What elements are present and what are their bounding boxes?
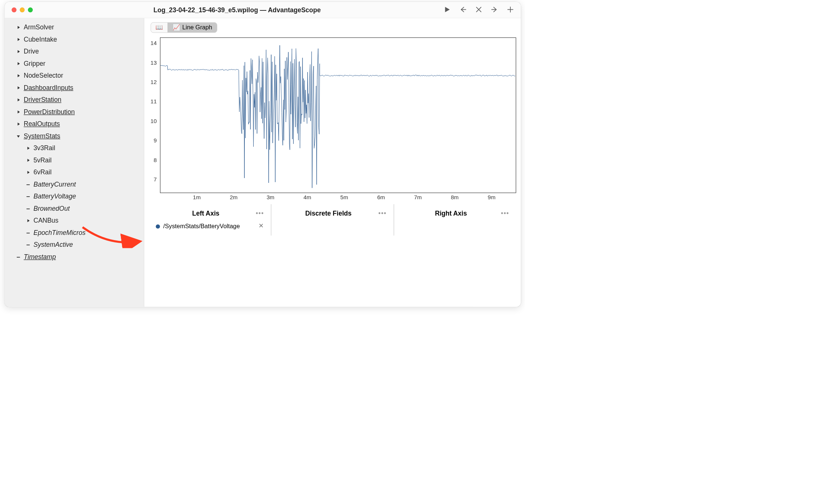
remove-field-icon[interactable] xyxy=(259,223,264,230)
sidebar-item-label: PowerDistribution xyxy=(24,108,75,116)
sidebar-item-powerdistribution[interactable]: PowerDistribution xyxy=(5,106,144,118)
left-axis-menu-icon[interactable]: ••• xyxy=(256,210,264,217)
x-tick-label: 8m xyxy=(451,194,459,201)
chevron-down-icon[interactable] xyxy=(16,134,20,138)
sidebar-item-canbus[interactable]: CANBus xyxy=(5,215,144,227)
sidebar-item-batteryvoltage[interactable]: –BatteryVoltage xyxy=(5,191,144,203)
left-axis-fields: /SystemStats/BatteryVoltage xyxy=(154,220,266,233)
leaf-icon: – xyxy=(26,205,30,212)
add-tab-icon[interactable] xyxy=(507,6,514,14)
tab-line-graph[interactable]: 📈Line Graph xyxy=(168,23,217,33)
titlebar: Log_23-04-22_15-46-39_e5.wpilog — Advant… xyxy=(5,2,521,18)
chart-area: 7891011121314 1m2m3m4m5m6m7m8m9m xyxy=(147,38,516,193)
sidebar-item-realoutputs[interactable]: RealOutputs xyxy=(5,118,144,130)
sidebar-item-nodeselector[interactable]: NodeSelector xyxy=(5,70,144,82)
left-axis-panel[interactable]: Left Axis ••• /SystemStats/BatteryVoltag… xyxy=(149,204,271,235)
title-actions xyxy=(444,6,514,14)
sidebar-item-cubeintake[interactable]: CubeIntake xyxy=(5,33,144,46)
nav-back-icon[interactable] xyxy=(459,6,467,14)
chevron-right-icon[interactable] xyxy=(16,62,20,66)
close-window-button[interactable] xyxy=(12,7,16,12)
x-tick-label: 6m xyxy=(377,194,385,201)
sidebar-item-label: Drive xyxy=(24,48,39,55)
chevron-right-icon[interactable] xyxy=(16,38,20,42)
leaf-icon: – xyxy=(26,229,30,236)
sidebar-item-systemstats[interactable]: SystemStats xyxy=(5,130,144,142)
y-tick-label: 9 xyxy=(154,137,157,144)
right-axis-panel[interactable]: Right Axis ••• xyxy=(394,204,516,235)
chart-line xyxy=(160,38,516,193)
left-axis-title: Left Axis xyxy=(156,210,256,217)
leaf-icon: – xyxy=(26,181,30,188)
sidebar-item-brownedout[interactable]: –BrownedOut xyxy=(5,203,144,215)
sidebar-item-label: BatteryVoltage xyxy=(33,193,76,200)
sidebar-item-6vrail[interactable]: 6vRail xyxy=(5,167,144,179)
discrete-menu-icon[interactable]: ••• xyxy=(378,210,387,217)
sidebar-item-label: 3v3Rail xyxy=(33,145,55,152)
sidebar-item-drive[interactable]: Drive xyxy=(5,46,144,58)
sidebar-item-label: BrownedOut xyxy=(33,205,70,212)
sidebar-item-5vrail[interactable]: 5vRail xyxy=(5,154,144,167)
chevron-right-icon[interactable] xyxy=(26,170,30,174)
tab-home[interactable]: 📖 xyxy=(151,23,168,33)
y-tick-label: 13 xyxy=(151,59,157,66)
sidebar-item-label: Gripper xyxy=(24,60,45,67)
chevron-right-icon[interactable] xyxy=(16,86,20,90)
sidebar-item-label: 6vRail xyxy=(33,169,52,176)
y-tick-label: 14 xyxy=(151,40,157,47)
play-icon[interactable] xyxy=(444,6,451,14)
sidebar-item-3v3rail[interactable]: 3v3Rail xyxy=(5,142,144,155)
sidebar-item-epochtimemicros[interactable]: –EpochTimeMicros xyxy=(5,227,144,239)
x-tick-label: 1m xyxy=(193,194,201,201)
x-tick-label: 2m xyxy=(230,194,238,201)
y-tick-label: 12 xyxy=(151,79,157,85)
y-tick-label: 10 xyxy=(151,118,157,125)
sidebar-item-timestamp[interactable]: –Timestamp xyxy=(5,251,144,263)
y-tick-label: 8 xyxy=(154,157,157,164)
right-axis-menu-icon[interactable]: ••• xyxy=(501,210,509,217)
sidebar-item-label: RealOutputs xyxy=(24,120,60,128)
sidebar-item-label: SystemActive xyxy=(33,241,73,249)
chevron-right-icon[interactable] xyxy=(26,146,30,150)
x-tick-label: 4m xyxy=(304,194,311,201)
sidebar-item-label: 5vRail xyxy=(33,156,52,164)
sidebar-item-gripper[interactable]: Gripper xyxy=(5,58,144,70)
nav-forward-icon[interactable] xyxy=(491,6,498,14)
tabs-row: 📖📈Line Graph xyxy=(144,18,521,35)
discrete-fields-title: Discrete Fields xyxy=(278,210,378,217)
chevron-right-icon[interactable] xyxy=(16,122,20,126)
x-tick-label: 9m xyxy=(488,194,496,201)
chevron-right-icon[interactable] xyxy=(16,49,20,54)
discrete-fields-panel[interactable]: Discrete Fields ••• xyxy=(271,204,394,235)
tab-label: Line Graph xyxy=(182,24,212,31)
chevron-right-icon[interactable] xyxy=(16,74,20,78)
y-tick-label: 11 xyxy=(151,98,157,105)
tabs: 📖📈Line Graph xyxy=(151,22,217,33)
sidebar-item-driverstation[interactable]: DriverStation xyxy=(5,94,144,106)
chevron-right-icon[interactable] xyxy=(26,158,30,162)
close-tab-icon[interactable] xyxy=(475,6,482,14)
axis-field-row[interactable]: /SystemStats/BatteryVoltage xyxy=(154,220,266,233)
sidebar-item-label: CubeIntake xyxy=(24,36,57,43)
chevron-right-icon[interactable] xyxy=(16,25,20,29)
sidebar-item-label: ArmSolver xyxy=(24,24,54,31)
chevron-right-icon[interactable] xyxy=(16,98,20,102)
leaf-icon: – xyxy=(26,241,30,249)
field-path-label: /SystemStats/BatteryVoltage xyxy=(163,223,240,230)
sidebar-item-armsolver[interactable]: ArmSolver xyxy=(5,22,144,34)
maximize-window-button[interactable] xyxy=(28,7,33,12)
sidebar-item-label: BatteryCurrent xyxy=(33,181,76,188)
minimize-window-button[interactable] xyxy=(20,7,25,12)
sidebar-item-dashboardinputs[interactable]: DashboardInputs xyxy=(5,82,144,94)
window-title: Log_23-04-22_15-46-39_e5.wpilog — Advant… xyxy=(154,6,321,14)
sidebar[interactable]: ArmSolverCubeIntakeDriveGripperNodeSelec… xyxy=(5,18,144,307)
sidebar-item-label: EpochTimeMicros xyxy=(33,229,86,236)
sidebar-item-systemactive[interactable]: –SystemActive xyxy=(5,239,144,251)
book-icon: 📖 xyxy=(156,24,163,31)
chevron-right-icon[interactable] xyxy=(26,219,30,223)
chart-frame[interactable] xyxy=(160,38,516,193)
right-axis-title: Right Axis xyxy=(401,210,501,217)
sidebar-item-batterycurrent[interactable]: –BatteryCurrent xyxy=(5,178,144,191)
chevron-right-icon[interactable] xyxy=(16,110,20,114)
sidebar-item-label: DriverStation xyxy=(24,96,61,104)
